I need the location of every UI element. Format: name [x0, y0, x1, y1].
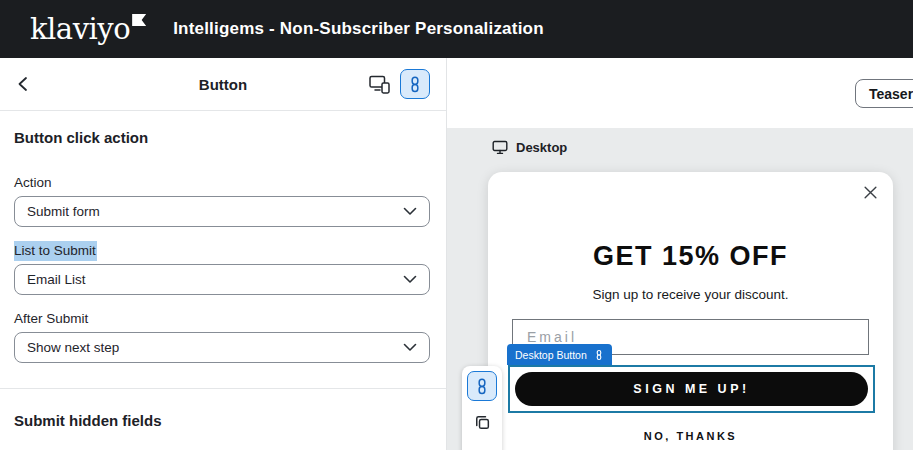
klaviyo-logo: klaviyo	[30, 12, 146, 46]
device-indicator: Desktop	[492, 140, 567, 155]
chevron-down-icon	[403, 207, 417, 216]
signup-button[interactable]: SIGN ME UP!	[515, 372, 868, 406]
list-to-submit-select[interactable]: Email List	[14, 264, 430, 295]
field-label-list-to-submit: List to Submit	[14, 243, 430, 258]
copy-icon	[474, 414, 491, 431]
klaviyo-flag-icon	[132, 14, 146, 26]
device-toggle-button[interactable]	[367, 71, 393, 97]
topbar: klaviyo Intelligems - Non-Subscriber Per…	[0, 0, 913, 58]
list-to-submit-select-value: Email List	[27, 272, 86, 287]
link-icon	[594, 349, 604, 361]
settings-panel: Button	[0, 58, 447, 450]
devices-icon	[369, 75, 391, 94]
section-divider	[0, 388, 446, 389]
section-heading-hidden-fields: Submit hidden fields	[14, 412, 430, 429]
toolbar-link-button[interactable]	[467, 371, 497, 401]
dismiss-link[interactable]: NO, THANKS	[488, 430, 893, 442]
field-label-action: Action	[14, 175, 430, 190]
device-label: Desktop	[516, 140, 567, 155]
link-icon	[407, 76, 423, 93]
action-select-value: Submit form	[27, 204, 100, 219]
selected-element-outline[interactable]: SIGN ME UP!	[508, 365, 875, 413]
after-submit-select[interactable]: Show next step	[14, 332, 430, 363]
close-icon	[863, 185, 878, 200]
app-window: klaviyo Intelligems - Non-Subscriber Per…	[0, 0, 913, 450]
after-submit-select-value: Show next step	[27, 340, 119, 355]
back-button[interactable]	[16, 70, 44, 98]
popup-close-button[interactable]	[857, 179, 883, 205]
popup-subheadline: Sign up to receive your discount.	[488, 287, 893, 302]
link-icon	[474, 378, 490, 395]
chevron-left-icon	[16, 76, 30, 92]
chevron-down-icon	[403, 275, 417, 284]
field-label-after-submit: After Submit	[14, 311, 430, 326]
toolbar-duplicate-button[interactable]	[467, 407, 497, 437]
monitor-icon	[492, 140, 508, 155]
popup-headline: GET 15% OFF	[488, 241, 893, 272]
preview-canvas: Desktop GET 15% OFF Sign up to receive y…	[447, 128, 913, 450]
preview-pane: Teaser Desktop	[447, 58, 913, 450]
chevron-down-icon	[403, 343, 417, 352]
toolbar-delete-button[interactable]	[467, 443, 497, 450]
teaser-button[interactable]: Teaser	[855, 79, 913, 108]
selection-tag-label: Desktop Button	[515, 349, 587, 361]
element-toolbar	[462, 366, 502, 450]
popup-form-preview: GET 15% OFF Sign up to receive your disc…	[488, 172, 893, 450]
sync-link-button[interactable]	[400, 69, 430, 99]
selected-text-highlight: List to Submit	[14, 241, 97, 261]
form-title: Intelligems - Non-Subscriber Personaliza…	[173, 19, 544, 39]
panel-header: Button	[0, 58, 446, 111]
action-select[interactable]: Submit form	[14, 196, 430, 227]
klaviyo-logo-text: klaviyo	[30, 12, 130, 46]
section-heading-click-action: Button click action	[14, 129, 430, 146]
selection-tag[interactable]: Desktop Button	[507, 344, 612, 365]
